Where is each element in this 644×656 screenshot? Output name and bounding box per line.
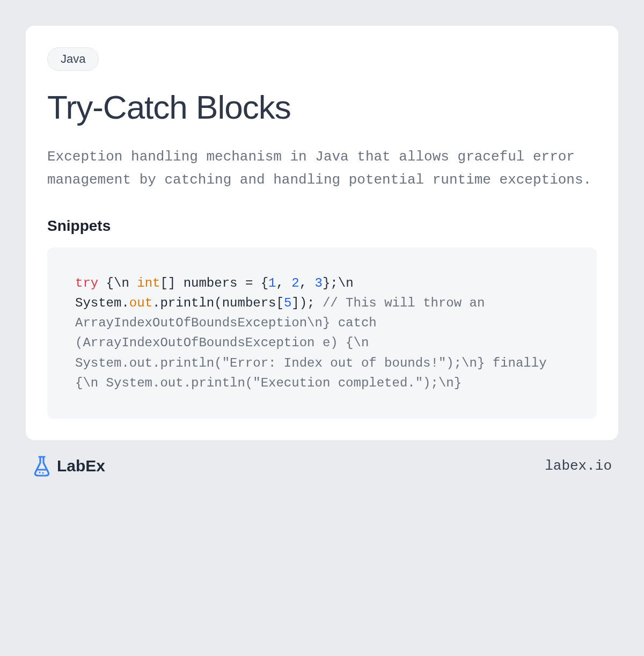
code-token: 5: [284, 296, 291, 310]
brand-name: LabEx: [57, 457, 105, 475]
language-tag: Java: [47, 47, 99, 71]
svg-point-1: [42, 472, 43, 473]
code-token: .println(numbers[: [152, 296, 284, 310]
code-token: out: [129, 296, 152, 310]
code-token: 1: [268, 276, 276, 290]
page-title: Try-Catch Blocks: [47, 88, 597, 126]
code-token: ]);: [291, 296, 323, 310]
flask-icon: [32, 455, 52, 477]
code-token: ,: [299, 276, 315, 290]
code-token: 3: [315, 276, 323, 290]
concept-description: Exception handling mechanism in Java tha…: [47, 145, 597, 192]
code-snippet: try {\n int[] numbers = {1, 2, 3};\n Sys…: [47, 247, 597, 419]
content-card: Java Try-Catch Blocks Exception handling…: [26, 26, 618, 440]
code-token: int: [137, 276, 160, 290]
snippets-heading: Snippets: [47, 217, 597, 235]
footer-url: labex.io: [545, 458, 612, 474]
code-token: 2: [291, 276, 299, 290]
brand-logo: LabEx: [32, 455, 105, 477]
code-token: try: [75, 276, 98, 290]
page-footer: LabEx labex.io: [26, 455, 618, 477]
code-token: {\n: [98, 276, 137, 290]
svg-point-0: [39, 471, 40, 473]
code-token: ,: [276, 276, 292, 290]
code-token: [] numbers = {: [160, 276, 268, 290]
